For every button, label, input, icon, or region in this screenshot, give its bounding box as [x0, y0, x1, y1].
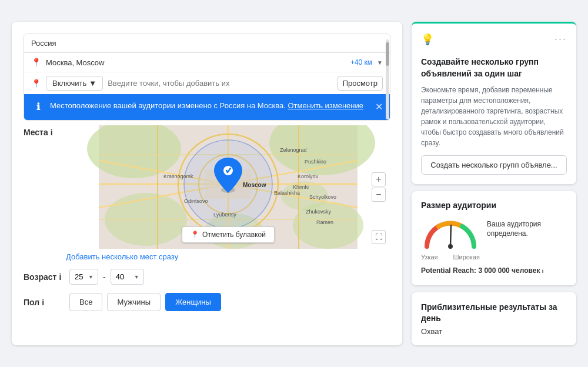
results-title: Приблизительные результаты за день — [421, 302, 567, 325]
ad-groups-title: Создавайте несколько групп объявлений за… — [421, 56, 567, 79]
results-subtitle: Охват — [421, 327, 567, 336]
svg-text:Schyolkovo: Schyolkovo — [309, 194, 336, 200]
gauge-labels: Узкая Широкая — [421, 253, 480, 261]
gender-all-button[interactable]: Все — [69, 293, 102, 311]
left-panel: Россия 📍 Москва, Moscow +40 км ▼ 📍 Включ… — [12, 22, 402, 345]
gauge-row: Узкая Широкая Ваша аудитория определена. — [421, 217, 567, 261]
map-zoom-controls: + − — [372, 172, 386, 202]
svg-text:Lyubertsy: Lyubertsy — [213, 212, 236, 218]
potential-reach-info-icon[interactable]: i — [542, 268, 550, 276]
location-box-wrapper: Россия 📍 Москва, Moscow +40 км ▼ 📍 Включ… — [24, 34, 390, 125]
location-scrollbar[interactable] — [386, 39, 389, 119]
country-row: Россия — [24, 34, 390, 53]
map-svg: Zelenograd Pushkino Korolyov Khimki Schy… — [66, 125, 390, 249]
map-fullscreen-button[interactable]: ⛶ — [372, 230, 386, 244]
include-pin-icon: 📍 — [31, 79, 41, 88]
include-row: 📍 Включить ▼ Просмотр — [24, 72, 390, 94]
svg-text:Zelenograd: Zelenograd — [280, 147, 307, 153]
right-panel: 💡 ··· Создавайте несколько групп объявле… — [412, 22, 576, 345]
city-name: Москва, Moscow — [46, 58, 346, 67]
ad-groups-description: Экономьте время, добавив переменные пара… — [421, 85, 567, 148]
places-label: Места i — [24, 125, 59, 137]
results-card: Приблизительные результаты за день Охват — [412, 292, 576, 345]
age-min-select[interactable]: 18 21 25 30 35 40 45 50 — [69, 269, 98, 285]
svg-line-34 — [450, 225, 451, 246]
svg-text:Odintsovo: Odintsovo — [184, 198, 208, 204]
info-banner: ℹ Местоположение вашей аудитории изменен… — [24, 94, 390, 120]
dots-menu-button[interactable]: ··· — [554, 33, 567, 45]
svg-point-35 — [448, 244, 453, 249]
map-pin-label: Отметить булавкой — [202, 231, 266, 239]
gender-male-button[interactable]: Мужчины — [107, 293, 161, 311]
places-section: Места i — [24, 125, 390, 262]
potential-reach-value: 3 000 000 человек — [478, 266, 540, 275]
bulb-icon: 💡 — [421, 33, 434, 46]
svg-text:Pushkino: Pushkino — [305, 159, 326, 165]
age-row: Возраст i 18 21 25 30 35 40 45 50 - 18 — [24, 269, 390, 285]
svg-text:Zhukovsky: Zhukovsky — [306, 209, 332, 215]
ad-groups-card-header: 💡 ··· — [421, 33, 567, 51]
svg-text:Korolyov: Korolyov — [298, 174, 319, 179]
age-max-select[interactable]: 18 21 25 30 35 40 45 50 55 60 65+ — [111, 269, 144, 285]
age-min-wrapper: 18 21 25 30 35 40 45 50 — [69, 269, 98, 285]
info-icon: ℹ — [32, 100, 44, 114]
map-pin-icon: 📍 — [191, 231, 199, 239]
audience-size-title: Размер аудитории — [421, 201, 567, 210]
gender-row: Пол i Все Мужчины Женщины — [24, 293, 390, 311]
zoom-out-button[interactable]: − — [372, 188, 386, 202]
gender-label: Пол i — [24, 298, 65, 307]
location-scrollbar-thumb — [386, 42, 389, 66]
add-multiple-places-link[interactable]: Добавить несколько мест сразу — [66, 252, 178, 261]
preview-button[interactable]: Просмотр — [338, 76, 383, 91]
ad-groups-card: 💡 ··· Создавайте несколько групп объявле… — [412, 22, 576, 184]
audience-gauge — [421, 217, 480, 252]
location-box: Россия 📍 Москва, Moscow +40 км ▼ 📍 Включ… — [24, 34, 390, 121]
svg-text:Ramen: Ramen — [316, 219, 333, 225]
svg-text:Balashikha: Balashikha — [274, 190, 300, 196]
include-input[interactable] — [108, 79, 332, 88]
include-label: Включить — [52, 79, 86, 88]
map-pin-button[interactable]: 📍 Отметить булавкой — [182, 226, 275, 243]
potential-reach-label: Potential Reach: — [421, 266, 476, 275]
city-pin-icon: 📍 — [31, 58, 41, 67]
svg-text:Krasnogorsk: Krasnogorsk — [163, 174, 193, 179]
age-info-icon[interactable]: i — [59, 272, 61, 282]
city-row: 📍 Москва, Moscow +40 км ▼ — [24, 53, 390, 72]
narrow-label: Узкая — [421, 253, 438, 261]
places-info-icon[interactable]: i — [51, 128, 53, 137]
radius-dropdown-icon[interactable]: ▼ — [377, 59, 383, 66]
age-dash: - — [103, 272, 106, 282]
info-text: Местоположение вашей аудитории изменено … — [50, 100, 382, 112]
audience-status-text: Ваша аудитория определена. — [487, 217, 567, 239]
undo-link[interactable]: Отменить изменение — [288, 101, 363, 110]
potential-reach: Potential Reach: 3 000 000 человек i — [421, 266, 567, 276]
age-label: Возраст i — [24, 272, 65, 282]
gender-info-icon[interactable]: i — [42, 298, 44, 307]
country-label: Россия — [31, 39, 56, 48]
info-close-icon[interactable]: ✕ — [375, 100, 383, 114]
gauge-svg — [421, 217, 480, 251]
include-dropdown-icon[interactable]: ▼ — [89, 79, 96, 88]
gender-female-button[interactable]: Женщины — [165, 293, 221, 311]
radius-label[interactable]: +40 км — [350, 58, 372, 66]
zoom-in-button[interactable]: + — [372, 172, 386, 186]
svg-text:Moscow: Moscow — [243, 182, 266, 188]
create-ad-groups-button[interactable]: Создать несколько групп объявле... — [421, 155, 567, 175]
wide-label: Широкая — [453, 253, 480, 261]
map-container: Zelenograd Pushkino Korolyov Khimki Schy… — [66, 125, 390, 262]
audience-card: Размер аудитории — [412, 191, 576, 285]
age-max-wrapper: 18 21 25 30 35 40 45 50 55 60 65+ — [111, 269, 144, 285]
include-button[interactable]: Включить ▼ — [46, 76, 103, 91]
svg-text:Khimki: Khimki — [293, 184, 309, 190]
